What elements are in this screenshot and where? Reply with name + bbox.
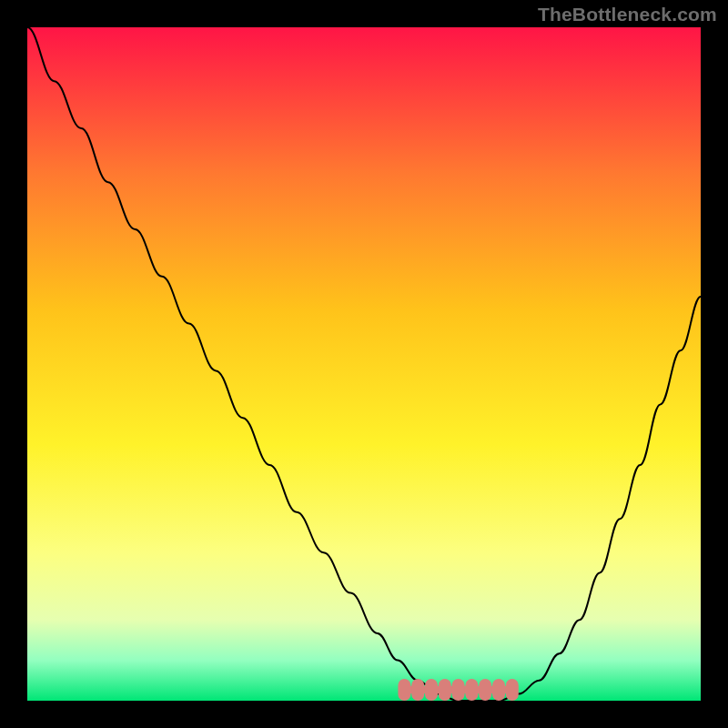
attribution-text: TheBottleneck.com	[538, 4, 717, 25]
optimal-marker	[425, 679, 438, 701]
plot-area	[27, 27, 701, 701]
optimal-range-markers	[398, 679, 518, 701]
optimal-marker	[452, 679, 465, 701]
optimal-marker	[398, 679, 410, 701]
optimal-marker	[492, 679, 505, 701]
chart-container: TheBottleneck.com	[0, 0, 728, 728]
optimal-marker	[411, 679, 424, 701]
bottleneck-chart	[0, 0, 728, 728]
optimal-marker	[465, 679, 478, 701]
optimal-marker	[479, 679, 491, 701]
optimal-marker	[439, 679, 451, 701]
optimal-marker	[506, 679, 519, 701]
